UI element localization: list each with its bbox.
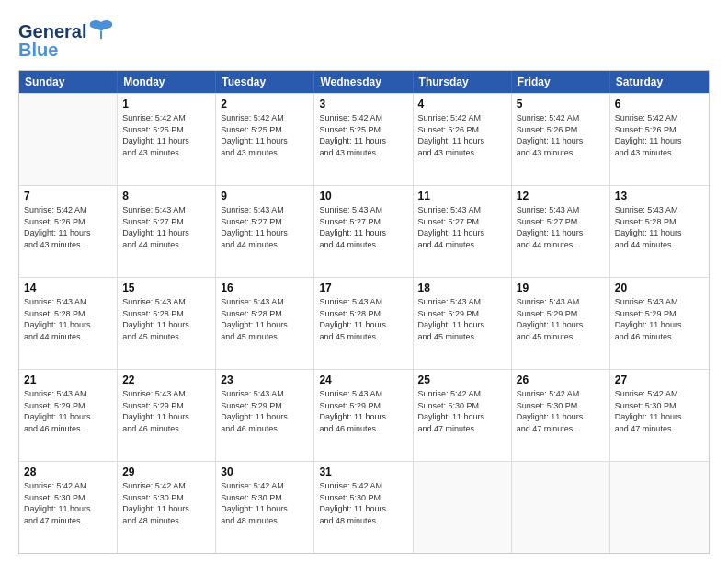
header: General Blue — [18, 18, 710, 61]
calendar-cell: 13Sunrise: 5:43 AM Sunset: 5:28 PM Dayli… — [610, 186, 709, 277]
cell-info: Sunrise: 5:42 AM Sunset: 5:30 PM Dayligh… — [122, 480, 210, 526]
cell-info: Sunrise: 5:42 AM Sunset: 5:30 PM Dayligh… — [221, 480, 309, 526]
cell-info: Sunrise: 5:43 AM Sunset: 5:29 PM Dayligh… — [24, 388, 112, 434]
cell-info: Sunrise: 5:43 AM Sunset: 5:27 PM Dayligh… — [418, 204, 506, 250]
calendar-row: 21Sunrise: 5:43 AM Sunset: 5:29 PM Dayli… — [19, 369, 709, 461]
calendar-cell: 18Sunrise: 5:43 AM Sunset: 5:29 PM Dayli… — [414, 278, 512, 369]
day-number: 2 — [221, 97, 309, 111]
cell-info: Sunrise: 5:42 AM Sunset: 5:30 PM Dayligh… — [517, 388, 605, 434]
cell-info: Sunrise: 5:43 AM Sunset: 5:29 PM Dayligh… — [615, 296, 704, 342]
cell-info: Sunrise: 5:43 AM Sunset: 5:29 PM Dayligh… — [517, 296, 605, 342]
calendar-cell: 29Sunrise: 5:42 AM Sunset: 5:30 PM Dayli… — [118, 462, 216, 553]
cell-info: Sunrise: 5:42 AM Sunset: 5:25 PM Dayligh… — [221, 112, 309, 158]
calendar-cell: 21Sunrise: 5:43 AM Sunset: 5:29 PM Dayli… — [19, 370, 118, 461]
calendar-cell — [19, 94, 118, 185]
logo-blue: Blue — [18, 40, 58, 61]
cell-info: Sunrise: 5:43 AM Sunset: 5:27 PM Dayligh… — [122, 204, 210, 250]
day-number: 5 — [517, 97, 605, 111]
calendar-row: 7Sunrise: 5:42 AM Sunset: 5:26 PM Daylig… — [19, 185, 709, 277]
calendar-row: 1Sunrise: 5:42 AM Sunset: 5:25 PM Daylig… — [19, 93, 709, 185]
cell-info: Sunrise: 5:42 AM Sunset: 5:26 PM Dayligh… — [418, 112, 506, 158]
calendar-cell: 9Sunrise: 5:43 AM Sunset: 5:27 PM Daylig… — [216, 186, 314, 277]
day-number: 4 — [418, 97, 506, 111]
day-number: 7 — [24, 189, 112, 203]
day-number: 21 — [24, 373, 112, 387]
cell-info: Sunrise: 5:43 AM Sunset: 5:28 PM Dayligh… — [221, 296, 309, 342]
day-number: 27 — [615, 373, 704, 387]
day-number: 18 — [418, 281, 506, 295]
cell-info: Sunrise: 5:43 AM Sunset: 5:28 PM Dayligh… — [615, 204, 704, 250]
cell-info: Sunrise: 5:43 AM Sunset: 5:29 PM Dayligh… — [418, 296, 506, 342]
calendar-cell: 4Sunrise: 5:42 AM Sunset: 5:26 PM Daylig… — [414, 94, 512, 185]
calendar-cell: 30Sunrise: 5:42 AM Sunset: 5:30 PM Dayli… — [216, 462, 314, 553]
calendar-cell: 26Sunrise: 5:42 AM Sunset: 5:30 PM Dayli… — [512, 370, 610, 461]
cell-info: Sunrise: 5:42 AM Sunset: 5:30 PM Dayligh… — [319, 480, 407, 526]
calendar-cell: 2Sunrise: 5:42 AM Sunset: 5:25 PM Daylig… — [216, 94, 314, 185]
calendar-cell: 17Sunrise: 5:43 AM Sunset: 5:28 PM Dayli… — [314, 278, 413, 369]
cell-info: Sunrise: 5:43 AM Sunset: 5:29 PM Dayligh… — [221, 388, 309, 434]
cell-info: Sunrise: 5:42 AM Sunset: 5:30 PM Dayligh… — [24, 480, 112, 526]
calendar-cell — [610, 462, 709, 553]
calendar-cell: 16Sunrise: 5:43 AM Sunset: 5:28 PM Dayli… — [216, 278, 314, 369]
day-number: 17 — [319, 281, 407, 295]
day-number: 10 — [319, 189, 407, 203]
cell-info: Sunrise: 5:43 AM Sunset: 5:27 PM Dayligh… — [319, 204, 407, 250]
calendar-header-cell: Monday — [118, 71, 216, 93]
cell-info: Sunrise: 5:42 AM Sunset: 5:25 PM Dayligh… — [319, 112, 407, 158]
calendar-cell: 14Sunrise: 5:43 AM Sunset: 5:28 PM Dayli… — [19, 278, 118, 369]
calendar-cell: 19Sunrise: 5:43 AM Sunset: 5:29 PM Dayli… — [512, 278, 610, 369]
calendar-header-cell: Sunday — [19, 71, 118, 93]
calendar-cell: 8Sunrise: 5:43 AM Sunset: 5:27 PM Daylig… — [118, 186, 216, 277]
cell-info: Sunrise: 5:42 AM Sunset: 5:25 PM Dayligh… — [122, 112, 210, 158]
day-number: 16 — [221, 281, 309, 295]
cell-info: Sunrise: 5:43 AM Sunset: 5:28 PM Dayligh… — [122, 296, 210, 342]
day-number: 20 — [615, 281, 704, 295]
day-number: 11 — [418, 189, 506, 203]
cell-info: Sunrise: 5:43 AM Sunset: 5:29 PM Dayligh… — [122, 388, 210, 434]
page: General Blue SundayMondayTuesdayWednesda… — [0, 0, 728, 563]
calendar-cell: 7Sunrise: 5:42 AM Sunset: 5:26 PM Daylig… — [19, 186, 118, 277]
calendar-cell: 10Sunrise: 5:43 AM Sunset: 5:27 PM Dayli… — [314, 186, 413, 277]
calendar-cell: 25Sunrise: 5:42 AM Sunset: 5:30 PM Dayli… — [414, 370, 512, 461]
calendar-cell: 23Sunrise: 5:43 AM Sunset: 5:29 PM Dayli… — [216, 370, 314, 461]
calendar-cell: 22Sunrise: 5:43 AM Sunset: 5:29 PM Dayli… — [118, 370, 216, 461]
calendar-cell: 27Sunrise: 5:42 AM Sunset: 5:30 PM Dayli… — [610, 370, 709, 461]
calendar-cell — [414, 462, 512, 553]
cell-info: Sunrise: 5:42 AM Sunset: 5:26 PM Dayligh… — [24, 204, 112, 250]
day-number: 23 — [221, 373, 309, 387]
cell-info: Sunrise: 5:43 AM Sunset: 5:27 PM Dayligh… — [221, 204, 309, 250]
calendar-cell: 5Sunrise: 5:42 AM Sunset: 5:26 PM Daylig… — [512, 94, 610, 185]
day-number: 30 — [221, 465, 309, 479]
calendar-cell: 6Sunrise: 5:42 AM Sunset: 5:26 PM Daylig… — [610, 94, 709, 185]
day-number: 15 — [122, 281, 210, 295]
day-number: 28 — [24, 465, 112, 479]
calendar: SundayMondayTuesdayWednesdayThursdayFrid… — [18, 70, 710, 554]
calendar-cell: 28Sunrise: 5:42 AM Sunset: 5:30 PM Dayli… — [19, 462, 118, 553]
calendar-header-cell: Thursday — [414, 71, 512, 93]
day-number: 29 — [122, 465, 210, 479]
calendar-cell: 24Sunrise: 5:43 AM Sunset: 5:29 PM Dayli… — [314, 370, 413, 461]
calendar-header-cell: Tuesday — [216, 71, 314, 93]
cell-info: Sunrise: 5:42 AM Sunset: 5:30 PM Dayligh… — [418, 388, 506, 434]
logo: General Blue — [18, 18, 114, 61]
day-number: 3 — [319, 97, 407, 111]
cell-info: Sunrise: 5:43 AM Sunset: 5:27 PM Dayligh… — [517, 204, 605, 250]
day-number: 31 — [319, 465, 407, 479]
cell-info: Sunrise: 5:42 AM Sunset: 5:26 PM Dayligh… — [615, 112, 704, 158]
calendar-header-cell: Wednesday — [314, 71, 413, 93]
calendar-header-cell: Friday — [512, 71, 610, 93]
calendar-body: 1Sunrise: 5:42 AM Sunset: 5:25 PM Daylig… — [19, 93, 709, 553]
calendar-header: SundayMondayTuesdayWednesdayThursdayFrid… — [19, 71, 709, 93]
day-number: 19 — [517, 281, 605, 295]
day-number: 9 — [221, 189, 309, 203]
calendar-cell: 31Sunrise: 5:42 AM Sunset: 5:30 PM Dayli… — [314, 462, 413, 553]
calendar-cell — [512, 462, 610, 553]
logo-general: General — [18, 21, 86, 41]
calendar-cell: 20Sunrise: 5:43 AM Sunset: 5:29 PM Dayli… — [610, 278, 709, 369]
calendar-cell: 11Sunrise: 5:43 AM Sunset: 5:27 PM Dayli… — [414, 186, 512, 277]
day-number: 25 — [418, 373, 506, 387]
day-number: 13 — [615, 189, 704, 203]
day-number: 14 — [24, 281, 112, 295]
calendar-cell: 12Sunrise: 5:43 AM Sunset: 5:27 PM Dayli… — [512, 186, 610, 277]
cell-info: Sunrise: 5:43 AM Sunset: 5:28 PM Dayligh… — [319, 296, 407, 342]
